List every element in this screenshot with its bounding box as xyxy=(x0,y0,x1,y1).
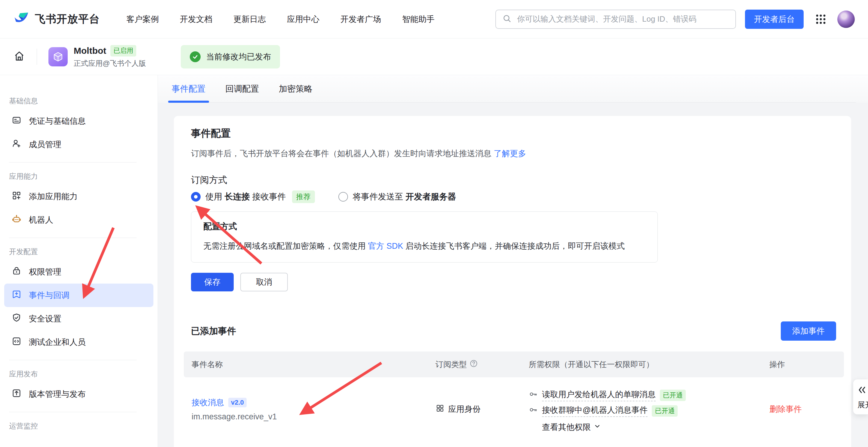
sidebar-item-label: 凭证与基础信息 xyxy=(29,116,86,127)
nav-item-dev-square[interactable]: 开发者广场 xyxy=(340,14,381,25)
sidebar-section-monitoring: 运营监控 xyxy=(0,421,158,431)
credential-card-icon xyxy=(11,115,22,127)
delete-event-link[interactable]: 删除事件 xyxy=(769,405,802,414)
sidebar-section-dev-config: 开发配置 xyxy=(0,247,158,256)
search-box[interactable] xyxy=(495,10,736,29)
developer-console-button[interactable]: 开发者后台 xyxy=(745,10,804,29)
page-title: 事件配置 xyxy=(191,127,836,140)
nav-item-changelog[interactable]: 更新日志 xyxy=(234,14,266,25)
col-permissions: 所需权限（开通以下任一权限即可） xyxy=(529,359,769,370)
sidebar-item-security[interactable]: 安全设置 xyxy=(4,307,153,331)
release-upload-icon xyxy=(11,388,22,401)
search-input[interactable] xyxy=(517,14,729,24)
shield-check-icon xyxy=(11,313,22,325)
permission-enabled-badge: 已开通 xyxy=(660,390,686,401)
tab-event-config[interactable]: 事件配置 xyxy=(172,75,206,103)
sidebar-item-label: 版本管理与发布 xyxy=(29,389,86,400)
page-description: 订阅事件后，飞书开放平台将会在事件（如机器人入群）发生时向请求地址推送消息 了解… xyxy=(191,148,836,159)
nav-item-cases[interactable]: 客户案例 xyxy=(126,14,159,25)
event-name-link[interactable]: 接收消息 xyxy=(192,397,224,408)
brand[interactable]: 飞书开放平台 xyxy=(13,10,100,28)
radio-long-connection-label: 使用 长连接 接收事件 xyxy=(206,191,286,203)
event-callback-icon xyxy=(11,289,22,302)
subscription-type-text: 应用身份 xyxy=(448,404,480,415)
sidebar-item-label: 添加应用能力 xyxy=(29,191,78,202)
lock-icon xyxy=(11,266,22,278)
feishu-logo-icon xyxy=(13,10,29,28)
apps-grid-icon[interactable] xyxy=(814,13,827,26)
radio-developer-server[interactable] xyxy=(338,192,348,202)
chevron-down-icon xyxy=(594,423,601,432)
config-method-text: 无需注册公网域名或配置加密策略，仅需使用 官方 SDK 启动长连接飞书客户端，并… xyxy=(203,241,645,251)
divider xyxy=(9,162,136,163)
question-icon[interactable] xyxy=(470,359,477,370)
radio-long-connection[interactable] xyxy=(191,192,200,202)
feishu-open-platform-page: 飞书开放平台 客户案例 开发文档 更新日志 应用中心 开发者广场 智能助手 开发… xyxy=(0,0,868,447)
description-text: 订阅事件后，飞书开放平台将会在事件（如机器人入群）发生时向请求地址推送消息 xyxy=(191,149,491,158)
sidebar-item-label: 安全设置 xyxy=(29,313,61,324)
sidebar-item-credentials[interactable]: 凭证与基础信息 xyxy=(4,109,153,133)
col-actions: 操作 xyxy=(769,359,844,370)
table-header-row: 事件名称 订阅类型 所需权限（开通以下任一权限即可） xyxy=(184,351,844,377)
expand-label: 展开 xyxy=(858,400,868,410)
action-cell: 删除事件 xyxy=(769,404,844,415)
nav-item-app-center[interactable]: 应用中心 xyxy=(287,14,319,25)
tab-callback-config[interactable]: 回调配置 xyxy=(225,75,259,103)
view-more-permissions[interactable]: 查看其他权限 xyxy=(542,422,769,433)
table-row: 接收消息 v2.0 im.message.receive_v1 xyxy=(184,377,844,441)
search-icon xyxy=(503,14,512,24)
robot-icon xyxy=(11,214,22,226)
tab-bar: 事件配置 回调配置 加密策略 xyxy=(158,75,868,103)
sidebar-item-events-callbacks[interactable]: 事件与回调 xyxy=(4,283,153,307)
divider xyxy=(9,238,136,238)
sidebar-item-bot[interactable]: 机器人 xyxy=(4,208,153,232)
app-icon xyxy=(49,47,68,66)
sidebar-item-label: 权限管理 xyxy=(29,267,61,277)
subscription-options: 使用 长连接 接收事件 推荐 将事件发送至 开发者服务器 xyxy=(191,191,836,203)
event-code: im.message.receive_v1 xyxy=(192,412,435,421)
home-icon[interactable] xyxy=(13,50,25,63)
app-subtitle: 正式应用@飞书个人版 xyxy=(74,59,146,68)
check-circle-icon xyxy=(190,51,200,62)
permission-text[interactable]: 接收群聊中@机器人消息事件 xyxy=(542,405,648,417)
permissions-cell: 读取用户发给机器人的单聊消息 已开通 接收群聊中@机器人消息事件 xyxy=(529,386,769,433)
app-header: Moltbot 已启用 正式应用@飞书个人版 当前修改均已发布 xyxy=(0,38,868,75)
app-name: Moltbot xyxy=(74,46,106,56)
enabled-badge: 已启用 xyxy=(111,45,136,57)
official-sdk-link[interactable]: 官方 SDK xyxy=(368,242,403,250)
added-events-header: 已添加事件 添加事件 xyxy=(191,321,836,341)
tab-encryption[interactable]: 加密策略 xyxy=(279,75,312,103)
sidebar-item-version-release[interactable]: 版本管理与发布 xyxy=(4,382,153,406)
nav-item-docs[interactable]: 开发文档 xyxy=(180,14,212,25)
sidebar-item-members[interactable]: 成员管理 xyxy=(4,133,153,156)
permission-enabled-badge: 已开通 xyxy=(652,405,678,417)
add-capability-icon xyxy=(11,191,22,203)
event-name-cell: 接收消息 v2.0 im.message.receive_v1 xyxy=(192,397,435,421)
version-badge: v2.0 xyxy=(228,398,247,407)
recommended-badge: 推荐 xyxy=(292,191,315,203)
publish-status-text: 当前修改均已发布 xyxy=(206,51,271,62)
cancel-button[interactable]: 取消 xyxy=(240,273,288,291)
collapse-double-chevron-icon xyxy=(858,385,868,396)
nav-item-assistant[interactable]: 智能助手 xyxy=(402,14,435,25)
save-button[interactable]: 保存 xyxy=(191,273,234,291)
sidebar-item-add-capability[interactable]: 添加应用能力 xyxy=(4,185,153,208)
sidebar-item-label: 机器人 xyxy=(29,214,53,225)
expand-side-panel[interactable]: 展开 xyxy=(853,379,868,415)
brand-title: 飞书开放平台 xyxy=(35,12,100,26)
add-event-button[interactable]: 添加事件 xyxy=(781,321,836,341)
permission-item: 读取用户发给机器人的单聊消息 已开通 xyxy=(529,389,769,401)
learn-more-link[interactable]: 了解更多 xyxy=(494,149,526,158)
avatar[interactable] xyxy=(837,10,855,28)
sidebar: 基础信息 凭证与基础信息 成员管理 应用能力 xyxy=(0,75,158,447)
nav-menu: 客户案例 开发文档 更新日志 应用中心 开发者广场 智能助手 xyxy=(126,14,435,25)
key-icon xyxy=(529,405,538,416)
form-actions: 保存 取消 xyxy=(191,273,836,291)
sidebar-item-permissions[interactable]: 权限管理 xyxy=(4,260,153,283)
col-event-name: 事件名称 xyxy=(192,359,435,370)
added-events-title: 已添加事件 xyxy=(191,325,236,337)
permission-text[interactable]: 读取用户发给机器人的单聊消息 xyxy=(542,389,656,401)
sidebar-item-test-org[interactable]: 测试企业和人员 xyxy=(4,331,153,354)
config-method-title: 配置方式 xyxy=(203,221,645,232)
main-content: 事件配置 回调配置 加密策略 事件配置 订阅事件后，飞书开放平台将会在事件（如机… xyxy=(158,75,868,447)
